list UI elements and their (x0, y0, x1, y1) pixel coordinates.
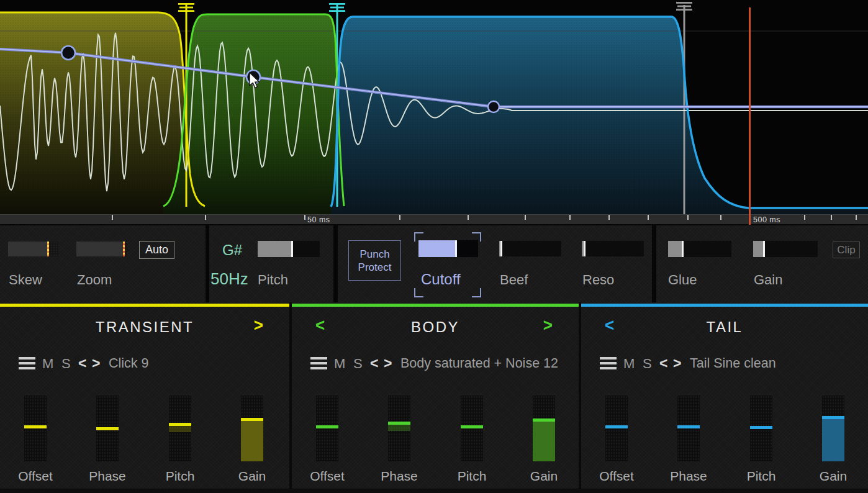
bottom-strip (0, 489, 868, 493)
time-label: 50 ms (307, 215, 330, 224)
vslider-label: Gain (805, 469, 861, 484)
reso-slider-handle[interactable] (584, 241, 585, 256)
auto-button[interactable]: Auto (139, 241, 174, 259)
body-marker-flag-icon[interactable] (329, 3, 345, 12)
prev-preset-icon[interactable]: < (78, 355, 86, 372)
time-tick (112, 215, 113, 220)
section-accent-bar (0, 304, 289, 307)
pitch-node-3[interactable] (488, 101, 499, 112)
prev-preset-icon[interactable]: < (370, 355, 378, 372)
reso-slider[interactable] (582, 241, 644, 256)
next-layer-button[interactable]: > (254, 315, 263, 336)
beef-slider[interactable] (499, 241, 561, 256)
time-tick (648, 215, 649, 220)
time-tick (804, 215, 805, 220)
pitch-slider-handle[interactable] (461, 425, 483, 428)
gain-vslider[interactable] (822, 396, 844, 461)
clip-button[interactable]: Clip (833, 242, 860, 258)
vslider-label: Pitch (444, 469, 500, 484)
length-marker-line[interactable] (749, 7, 751, 225)
offset-slider-handle[interactable] (605, 425, 628, 428)
time-tick (525, 215, 526, 220)
mute-button[interactable]: M (623, 356, 635, 372)
mute-button[interactable]: M (334, 356, 345, 372)
tail-section: TAIL<MS<>Tail Sine cleanOffsetPhasePitch… (581, 302, 868, 493)
preset-menu-icon[interactable] (310, 357, 327, 371)
solo-button[interactable]: S (61, 356, 71, 372)
time-tick (399, 215, 400, 220)
time-tick (304, 215, 305, 220)
cutoff-selection-bracket (414, 288, 423, 297)
waveform-display[interactable] (0, 0, 868, 214)
preset-menu-icon[interactable] (19, 357, 35, 371)
gain-vslider[interactable] (241, 396, 263, 461)
prev-layer-button[interactable]: < (605, 315, 614, 336)
preset-name[interactable]: Click 9 (109, 356, 149, 371)
phase-vslider[interactable] (388, 396, 410, 461)
pitch-panel: G# 50Hz Pitch (209, 225, 333, 302)
time-tick (468, 215, 469, 220)
section-title: BODY (292, 319, 579, 336)
glue-slider-handle[interactable] (682, 241, 684, 257)
skew-slider-handle[interactable] (47, 242, 49, 256)
pitch-slider-handle[interactable] (291, 241, 293, 257)
section-accent-bar (292, 304, 579, 307)
gain-label: Gain (754, 272, 782, 288)
next-preset-icon[interactable]: > (92, 355, 100, 372)
vslider-label: Offset (589, 469, 644, 484)
preset-name[interactable]: Body saturated + Noise 12 (400, 356, 558, 371)
phase-vslider[interactable] (677, 396, 700, 461)
phase-slider-handle[interactable] (677, 425, 700, 428)
vslider-label: Pitch (733, 469, 789, 484)
tail-marker-flag-icon[interactable] (676, 2, 692, 11)
offset-vslider[interactable] (316, 396, 338, 461)
preset-name[interactable]: Tail Sine clean (690, 356, 776, 371)
solo-button[interactable]: S (353, 356, 363, 372)
time-tick (720, 215, 721, 220)
gain-slider[interactable] (753, 241, 818, 257)
vslider-label: Phase (79, 469, 135, 484)
beef-label[interactable]: Beef (500, 272, 528, 288)
gain-vslider[interactable] (533, 396, 555, 461)
section-accent-bar (581, 304, 868, 307)
offset-vslider[interactable] (605, 396, 628, 461)
prev-layer-button[interactable]: < (315, 315, 325, 336)
pitch-slider-handle[interactable] (750, 426, 772, 429)
cutoff-label[interactable]: Cutoff (421, 271, 461, 288)
offset-slider-handle[interactable] (24, 425, 47, 428)
next-preset-icon[interactable]: > (673, 355, 681, 372)
punch-protect-button[interactable]: Punch Protect (348, 240, 401, 281)
glue-label: Glue (668, 272, 697, 288)
phase-slider-handle[interactable] (96, 427, 119, 430)
skew-label: Skew (9, 272, 42, 288)
time-tick (831, 215, 832, 220)
offset-slider-handle[interactable] (316, 425, 338, 428)
pitch-slider[interactable] (258, 241, 320, 257)
vslider-label: Offset (7, 469, 63, 484)
cutoff-slider[interactable] (418, 240, 478, 257)
zoom-slider-handle[interactable] (123, 242, 125, 256)
kick-synth-app: 50 ms500 ms Auto Skew Zoom G# 50Hz Pitch… (0, 0, 868, 493)
offset-vslider[interactable] (24, 396, 47, 461)
glue-slider[interactable] (668, 241, 731, 257)
reso-label[interactable]: Reso (582, 272, 614, 288)
prev-preset-icon[interactable]: < (659, 355, 667, 372)
mute-button[interactable]: M (42, 356, 53, 372)
transient-marker-flag-icon[interactable] (178, 3, 194, 12)
pitch-vslider[interactable] (461, 396, 483, 461)
envelope-canvas (0, 0, 868, 214)
gain-slider-handle[interactable] (763, 241, 765, 257)
phase-vslider[interactable] (96, 396, 119, 461)
section-title: TAIL (581, 319, 868, 336)
zoom-slider[interactable] (76, 242, 127, 256)
next-preset-icon[interactable]: > (384, 355, 392, 372)
next-layer-button[interactable]: > (543, 315, 553, 336)
pitch-vslider[interactable] (750, 396, 772, 461)
solo-button[interactable]: S (643, 356, 652, 372)
cutoff-slider-handle[interactable] (455, 240, 457, 257)
preset-menu-icon[interactable] (600, 357, 617, 371)
pitch-node-1[interactable] (61, 46, 75, 60)
skew-slider[interactable] (8, 242, 59, 256)
pitch-vslider[interactable] (169, 396, 191, 461)
beef-slider-handle[interactable] (500, 241, 502, 256)
